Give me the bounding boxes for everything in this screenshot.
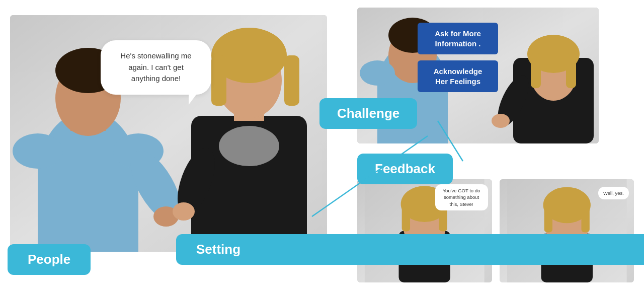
bottom-right-panel: Well, yes. bbox=[500, 179, 634, 282]
bottom-left-panel: You've GOT to do something about this, S… bbox=[357, 179, 492, 282]
svg-rect-49 bbox=[581, 204, 589, 232]
svg-rect-17 bbox=[211, 55, 226, 106]
svg-rect-32 bbox=[566, 53, 576, 88]
svg-point-13 bbox=[219, 126, 279, 166]
challenge-label: Challenge bbox=[319, 98, 417, 129]
speech-bubble-text: He's stonewalling me again. I can't get … bbox=[113, 50, 199, 85]
svg-rect-31 bbox=[531, 53, 541, 88]
bottom-right-bubble: Well, yes. bbox=[598, 187, 629, 199]
svg-point-20 bbox=[173, 202, 195, 221]
main-speech-bubble: He's stonewalling me again. I can't get … bbox=[101, 40, 211, 95]
feedback-label: Feedback bbox=[357, 154, 453, 184]
acknowledge-feelings-button[interactable]: Acknowledge Her Feelings bbox=[418, 60, 498, 92]
svg-rect-48 bbox=[544, 204, 552, 232]
option-buttons-container: Ask for More Information . Acknowledge H… bbox=[418, 23, 498, 92]
setting-label: Setting bbox=[176, 234, 644, 265]
svg-point-8 bbox=[13, 133, 63, 169]
svg-rect-18 bbox=[284, 55, 299, 106]
ask-more-info-button[interactable]: Ask for More Information . bbox=[418, 23, 498, 54]
svg-rect-39 bbox=[402, 203, 410, 231]
people-label: People bbox=[8, 244, 91, 275]
bottom-panels-container: You've GOT to do something about this, S… bbox=[357, 179, 634, 282]
main-scene-panel: He's stonewalling me again. I can't get … bbox=[10, 15, 327, 252]
svg-point-26 bbox=[360, 60, 395, 86]
bottom-left-bubble: You've GOT to do something about this, S… bbox=[435, 184, 488, 210]
svg-point-34 bbox=[492, 114, 510, 128]
